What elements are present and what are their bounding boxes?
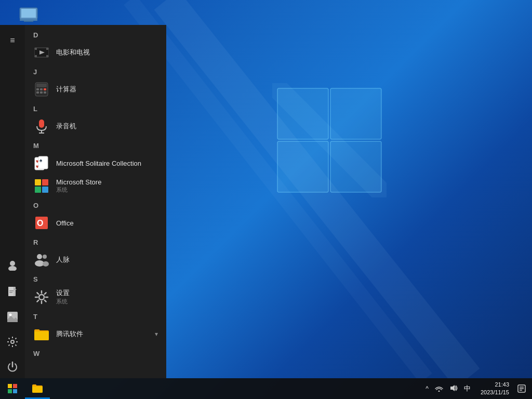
hamburger-menu-button[interactable]: ≡ [0,29,25,52]
app-item-calculator[interactable]: 计算器 [25,78,166,101]
clock-time: 21:43 [495,381,509,389]
app-item-movies[interactable]: 电影和电视 [25,41,166,64]
svg-rect-9 [20,19,37,21]
svg-point-60 [438,390,440,392]
recorder-icon [33,118,50,135]
svg-rect-25 [46,48,48,50]
app-info-settings: 设置 系统 [56,288,70,305]
app-name-movies: 电影和电视 [56,48,90,57]
svg-rect-33 [44,88,46,90]
svg-rect-10 [24,21,33,22]
sidebar-document-icon[interactable] [0,281,25,303]
svg-rect-26 [35,55,37,57]
svg-rect-47 [35,187,41,193]
svg-rect-57 [13,384,17,388]
app-name-people: 人脉 [56,255,70,264]
app-item-tencent[interactable]: 腾讯软件 ▾ [25,323,166,345]
notification-button[interactable] [513,378,530,399]
app-item-office[interactable]: O Office [25,211,166,234]
file-explorer-button[interactable] [25,378,50,399]
svg-point-19 [9,314,12,316]
app-item-settings[interactable]: 设置 系统 [25,285,166,309]
ime-icon[interactable]: 中 [462,383,472,394]
svg-rect-32 [40,88,43,90]
app-item-solitaire[interactable]: ♥ ♥ ♠ Microsoft Solitaire Collection [25,152,166,175]
app-sub-store: 系统 [56,186,101,194]
svg-rect-30 [36,84,47,87]
sidebar-user-icon[interactable] [0,254,25,276]
section-r: R [25,234,166,248]
section-w: W [25,345,166,360]
sidebar-settings-icon[interactable] [0,330,25,353]
svg-point-54 [43,261,49,267]
app-info-recorder: 录音机 [56,122,76,131]
start-button[interactable] [0,378,25,399]
svg-text:O: O [37,219,43,228]
app-name-solitaire: Microsoft Solitaire Collection [56,159,141,167]
calculator-icon [33,81,50,98]
app-info-solitaire: Microsoft Solitaire Collection [56,159,141,167]
section-s: S [25,271,166,285]
svg-point-52 [43,255,47,259]
app-name-tencent: 腾讯软件 [56,329,83,339]
svg-rect-56 [8,384,12,388]
app-item-people[interactable]: 人脉 [25,248,166,271]
taskbar: ^ 中 21:43 2023/ [0,378,532,399]
svg-rect-34 [36,91,39,94]
app-info-tencent: 腾讯软件 [56,329,83,339]
svg-rect-2 [277,141,328,192]
start-sidebar: ≡ [0,25,25,378]
windows-logo-desktop [272,83,387,197]
app-name-recorder: 录音机 [56,122,76,131]
this-pc-icon [18,6,39,23]
sidebar-power-icon[interactable] [0,355,25,378]
svg-rect-8 [21,9,36,18]
svg-rect-46 [42,179,48,185]
tencent-expand-arrow: ▾ [155,330,158,338]
section-t: T [25,309,166,323]
app-name-settings: 设置 [56,288,70,298]
svg-text:♠: ♠ [39,157,43,163]
svg-rect-17 [9,292,12,293]
app-list[interactable]: D 电影和电视 J [25,25,166,378]
tray-expand-button[interactable]: ^ [424,384,430,393]
svg-marker-61 [450,385,455,391]
app-info-office: Office [56,219,74,227]
svg-rect-31 [36,88,39,90]
solitaire-icon: ♥ ♥ ♠ [33,155,50,171]
app-sub-settings: 系统 [56,298,70,305]
svg-point-51 [37,254,42,259]
svg-rect-59 [13,389,17,393]
svg-rect-36 [44,91,46,94]
svg-point-55 [39,295,44,300]
start-menu: ≡ [0,25,166,378]
app-item-store[interactable]: Microsoft Store 系统 [25,175,166,197]
app-name-office: Office [56,219,74,227]
svg-rect-16 [9,290,14,291]
system-clock[interactable]: 21:43 2023/11/15 [476,381,513,397]
svg-rect-1 [330,88,381,139]
svg-rect-48 [42,187,48,193]
settings-app-icon [33,289,50,305]
people-icon [33,251,50,268]
movies-icon [33,44,50,61]
app-info-people: 人脉 [56,255,70,264]
svg-rect-14 [8,287,14,296]
svg-rect-27 [46,55,48,57]
app-item-recorder[interactable]: 录音机 [25,115,166,138]
svg-rect-35 [40,91,43,94]
section-o: O [25,197,166,211]
app-name-store: Microsoft Store [56,178,101,186]
svg-rect-24 [35,48,37,50]
office-icon: O [33,215,50,231]
volume-icon[interactable] [448,383,459,394]
svg-rect-37 [39,119,44,128]
app-info-calculator: 计算器 [56,85,76,94]
network-icon[interactable] [433,383,445,394]
sidebar-photos-icon[interactable] [0,305,25,328]
svg-rect-58 [8,389,12,393]
tencent-folder-icon [33,326,50,342]
store-icon [33,178,50,194]
section-m: M [25,138,166,152]
section-d: D [25,27,166,41]
